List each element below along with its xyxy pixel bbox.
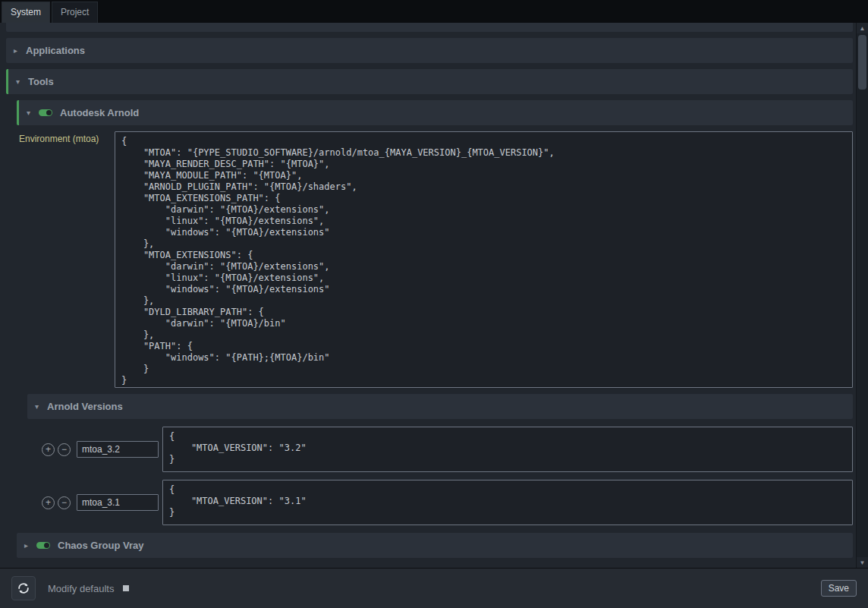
section-header-applications[interactable]: ▸ Applications xyxy=(6,38,853,63)
section-autodesk-arnold-label: Autodesk Arnold xyxy=(60,107,139,118)
version-json-textarea[interactable]: { "MTOA_VERSION": "3.2" } xyxy=(162,427,853,472)
tab-project[interactable]: Project xyxy=(52,2,98,23)
version-json-textarea[interactable]: { "MTOA_VERSION": "3.1" } xyxy=(162,480,853,525)
refresh-icon xyxy=(17,581,30,595)
save-button[interactable]: Save xyxy=(821,580,857,597)
tab-bar: System Project xyxy=(0,0,868,23)
version-row: + − { "MTOA_VERSION": "3.1" } xyxy=(42,480,853,525)
chevron-right-icon: ▸ xyxy=(14,46,24,55)
add-version-button[interactable]: + xyxy=(42,496,55,509)
version-row: + − { "MTOA_VERSION": "3.2" } xyxy=(42,427,853,472)
section-arnold-versions-label: Arnold Versions xyxy=(47,401,123,412)
chevron-down-icon: ▾ xyxy=(16,77,27,86)
environment-field-row: Environment (mtoa) { "MTOA": "{PYPE_STUD… xyxy=(6,131,853,388)
modify-defaults-label: Modify defaults xyxy=(48,583,114,594)
environment-label: Environment (mtoa) xyxy=(19,131,112,144)
up-arrow-icon: ▲ xyxy=(860,25,866,32)
section-header-autodesk-arnold[interactable]: ▾ Autodesk Arnold xyxy=(17,100,853,125)
modify-defaults-checkbox[interactable] xyxy=(123,585,129,591)
scrollbar-thumb[interactable] xyxy=(858,35,866,90)
refresh-button[interactable] xyxy=(11,576,36,600)
tab-system[interactable]: System xyxy=(2,2,50,23)
section-tools-label: Tools xyxy=(28,76,54,87)
environment-json-textarea[interactable]: { "MTOA": "{PYPE_STUDIO_SOFTWARE}/arnold… xyxy=(115,131,853,388)
section-header-arnold-versions[interactable]: ▾ Arnold Versions xyxy=(27,394,853,419)
add-version-button[interactable]: + xyxy=(42,443,55,456)
section-header-tools[interactable]: ▾ Tools xyxy=(6,69,853,94)
remove-version-button[interactable]: − xyxy=(58,443,71,456)
chevron-right-icon: ▸ xyxy=(14,23,24,24)
settings-window: System Project ▸ Modules ▸ Applications … xyxy=(0,0,868,608)
section-header-chaos-group-vray[interactable]: ▸ Chaos Group Vray xyxy=(17,533,853,558)
section-applications-label: Applications xyxy=(26,45,85,56)
footer-bar: Modify defaults Save xyxy=(0,568,868,608)
version-key-input[interactable] xyxy=(77,441,159,458)
section-header-modules[interactable]: ▸ Modules xyxy=(6,23,853,32)
section-modules-label: Modules xyxy=(26,23,66,25)
down-arrow-icon: ▼ xyxy=(860,559,866,566)
arnold-enabled-toggle-icon[interactable] xyxy=(39,109,52,116)
vertical-scrollbar[interactable]: ▲ ▼ xyxy=(856,23,868,568)
chevron-down-icon: ▾ xyxy=(35,402,46,411)
scroll-down-button[interactable]: ▼ xyxy=(857,557,868,568)
chevron-right-icon: ▸ xyxy=(24,541,35,550)
version-key-input[interactable] xyxy=(77,494,159,511)
chevron-down-icon: ▾ xyxy=(27,109,37,117)
scroll-up-button[interactable]: ▲ xyxy=(857,23,868,33)
vray-enabled-toggle-icon[interactable] xyxy=(36,542,50,549)
settings-content: ▸ Modules ▸ Applications ▾ Tools ▾ Autod… xyxy=(0,23,868,568)
settings-scroll-area: ▸ Modules ▸ Applications ▾ Tools ▾ Autod… xyxy=(0,23,856,568)
section-chaos-group-vray-label: Chaos Group Vray xyxy=(58,540,143,551)
remove-version-button[interactable]: − xyxy=(58,496,71,509)
